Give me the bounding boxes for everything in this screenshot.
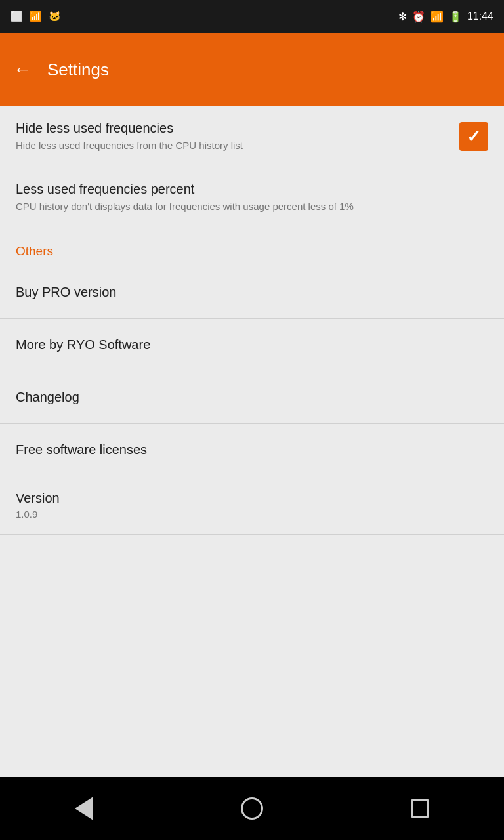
hide-frequencies-desc: Hide less used frequencies from the CPU … <box>16 138 449 152</box>
signal-icon: 📶 <box>430 10 444 23</box>
cat-icon: 🐱 <box>49 10 61 22</box>
nav-recent-button[interactable] <box>394 782 446 835</box>
status-bar: ⬜ 📶 🐱 ✻ ⏰ 📶 🔋 11:44 <box>0 0 504 33</box>
nav-home-icon <box>241 797 263 820</box>
wifi-icon: 📶 <box>30 10 42 22</box>
time-display: 11:44 <box>467 10 494 22</box>
more-by-ryo-item[interactable]: More by RYO Software <box>0 319 504 371</box>
less-used-percent-title: Less used frequencies percent <box>16 182 478 197</box>
changelog-label: Changelog <box>16 390 79 404</box>
status-left-icons: ⬜ 📶 🐱 <box>10 10 61 22</box>
hide-frequencies-title: Hide less used frequencies <box>16 121 449 136</box>
version-number: 1.0.9 <box>16 509 488 520</box>
hide-frequencies-item[interactable]: Hide less used frequencies Hide less use… <box>0 106 504 167</box>
hide-frequencies-text: Hide less used frequencies Hide less use… <box>16 121 459 152</box>
alarm-icon: ⏰ <box>412 10 425 23</box>
free-licenses-item[interactable]: Free software licenses <box>0 424 504 476</box>
version-title: Version <box>16 491 488 506</box>
back-button[interactable]: ← <box>13 59 32 80</box>
status-right-icons: ✻ ⏰ 📶 🔋 11:44 <box>398 10 494 23</box>
more-by-ryo-label: More by RYO Software <box>16 337 150 352</box>
nav-bar <box>0 777 504 840</box>
image-icon: ⬜ <box>10 10 23 22</box>
nav-recent-icon <box>411 799 429 818</box>
bluetooth-icon: ✻ <box>398 10 407 23</box>
battery-icon: 🔋 <box>449 10 462 23</box>
nav-home-button[interactable] <box>226 782 278 835</box>
less-used-percent-item[interactable]: Less used frequencies percent CPU histor… <box>0 167 504 228</box>
others-section-header: Others <box>0 228 504 266</box>
less-used-percent-desc: CPU history don't displays data for freq… <box>16 200 478 213</box>
changelog-item[interactable]: Changelog <box>0 371 504 424</box>
hide-frequencies-checkbox[interactable] <box>459 122 488 151</box>
nav-back-button[interactable] <box>58 782 110 835</box>
buy-pro-label: Buy PRO version <box>16 285 116 299</box>
nav-back-icon <box>75 797 93 820</box>
less-used-percent-text: Less used frequencies percent CPU histor… <box>16 182 488 213</box>
version-item: Version 1.0.9 <box>0 476 504 535</box>
free-licenses-label: Free software licenses <box>16 442 147 457</box>
app-bar: ← Settings <box>0 33 504 106</box>
buy-pro-item[interactable]: Buy PRO version <box>0 266 504 319</box>
page-title: Settings <box>47 60 109 80</box>
settings-content: Hide less used frequencies Hide less use… <box>0 106 504 777</box>
